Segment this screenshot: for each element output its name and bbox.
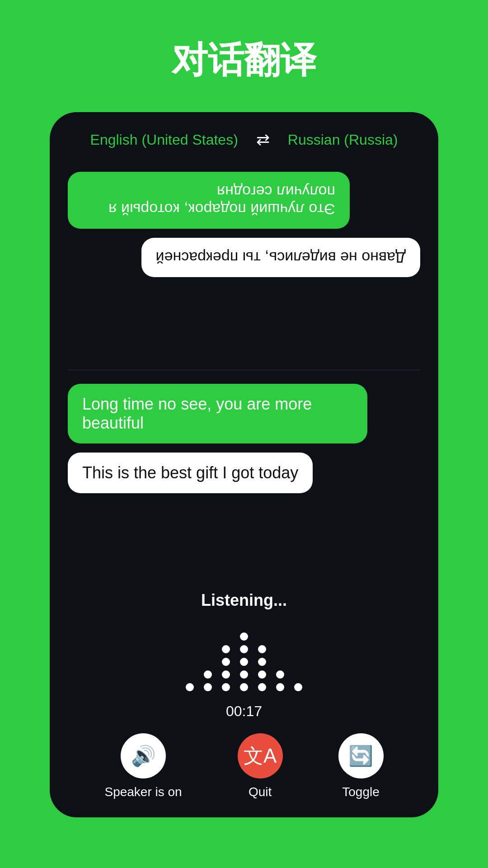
waveform-dot: [240, 683, 248, 691]
waveform-column: [294, 683, 302, 691]
upper-bubble-white: Давно не виделись, ты прекрасней: [141, 238, 420, 277]
upper-bubble-green: Это лучший подарок, который я получил се…: [68, 172, 350, 229]
waveform: [186, 619, 302, 691]
waveform-dot: [204, 683, 212, 691]
toggle-label: Toggle: [342, 785, 380, 799]
speaker-control[interactable]: 🔊 Speaker is on: [104, 733, 182, 799]
waveform-column: [186, 683, 194, 691]
right-language[interactable]: Russian (Russia): [288, 132, 398, 148]
waveform-column: [258, 645, 266, 691]
chat-lower: Long time no see, you are more beautiful…: [50, 370, 438, 582]
waveform-dot: [222, 683, 230, 691]
quit-label: Quit: [249, 785, 272, 799]
toggle-control[interactable]: 🔄 Toggle: [338, 733, 384, 799]
speaker-button[interactable]: 🔊: [121, 733, 166, 778]
waveform-column: [276, 670, 284, 691]
waveform-column: [204, 670, 212, 691]
chat-upper: Давно не виделись, ты прекрасней Это луч…: [50, 163, 438, 370]
waveform-dot: [258, 645, 266, 653]
waveform-dot: [240, 645, 248, 653]
app-title: 对话翻译: [172, 36, 316, 85]
left-language[interactable]: English (United States): [90, 132, 238, 148]
waveform-dot: [186, 683, 194, 691]
waveform-column: [222, 645, 230, 691]
waveform-dot: [276, 670, 284, 679]
quit-button[interactable]: 文A: [238, 733, 283, 778]
waveform-dot: [258, 658, 266, 666]
language-bar: English (United States) ⇄ Russian (Russi…: [50, 112, 438, 163]
toggle-icon: 🔄: [348, 744, 373, 768]
quit-control[interactable]: 文A Quit: [238, 733, 283, 799]
waveform-dot: [258, 683, 266, 691]
lower-bubble-green: Long time no see, you are more beautiful: [68, 384, 367, 443]
waveform-dot: [240, 632, 248, 641]
swap-icon[interactable]: ⇄: [256, 130, 270, 149]
waveform-dot: [204, 670, 212, 679]
waveform-dot: [258, 670, 266, 679]
waveform-dot: [222, 645, 230, 653]
listening-section: Listening... 00:17: [50, 582, 438, 724]
speaker-label: Speaker is on: [104, 785, 182, 799]
lower-bubble-white: This is the best gift I got today: [68, 453, 313, 493]
waveform-dot: [222, 670, 230, 679]
bottom-controls: 🔊 Speaker is on 文A Quit 🔄 Toggle: [50, 724, 438, 817]
waveform-dot: [240, 658, 248, 666]
waveform-dot: [240, 670, 248, 679]
translate-icon: 文A: [244, 743, 277, 769]
waveform-dot: [222, 658, 230, 666]
speaker-icon: 🔊: [131, 744, 156, 768]
waveform-column: [240, 632, 248, 691]
waveform-dot: [294, 683, 302, 691]
toggle-button[interactable]: 🔄: [338, 733, 384, 778]
waveform-dot: [276, 683, 284, 691]
phone-card: English (United States) ⇄ Russian (Russi…: [50, 112, 438, 817]
timer-display: 00:17: [226, 703, 262, 720]
listening-label: Listening...: [201, 591, 287, 610]
